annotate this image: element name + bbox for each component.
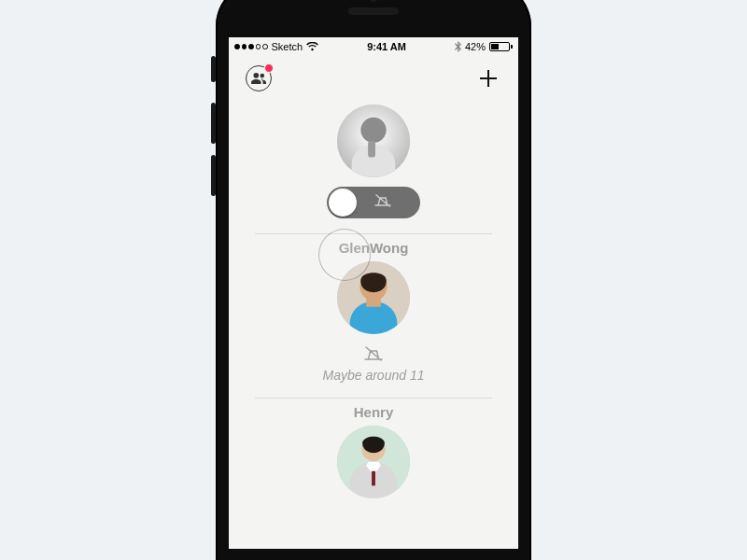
svg-point-1 — [360, 118, 386, 143]
silence-switch — [211, 56, 216, 82]
worktable-muted-icon — [363, 343, 384, 364]
wifi-icon — [306, 42, 318, 51]
availability-toggle[interactable] — [327, 187, 420, 218]
toggle-knob — [329, 189, 357, 217]
worktable-muted-icon — [374, 193, 392, 212]
clock-label: 9:41 AM — [318, 41, 455, 52]
proximity-sensor — [370, 0, 377, 2]
svg-rect-5 — [366, 298, 381, 307]
volume-up-button — [211, 103, 216, 144]
carrier-label: Sketch — [272, 41, 303, 52]
header — [229, 56, 518, 95]
me-avatar[interactable] — [337, 105, 410, 177]
contact-card[interactable]: GlenWong Maybe around 11 — [246, 234, 501, 398]
screen: Sketch 9:41 AM 42% — [229, 37, 518, 549]
content-scroll[interactable]: GlenWong Maybe around 11 Henry — [229, 95, 518, 498]
signal-strength-icon — [234, 44, 268, 49]
contacts-button[interactable] — [246, 65, 272, 91]
contact-name: GlenWong — [246, 240, 501, 256]
contact-name: Henry — [246, 404, 501, 420]
battery-icon — [489, 42, 513, 51]
volume-down-button — [211, 155, 216, 196]
contact-avatar[interactable] — [337, 426, 410, 498]
plus-icon — [478, 68, 499, 89]
phone-frame: Sketch 9:41 AM 42% — [216, 0, 531, 560]
bluetooth-icon — [455, 41, 461, 52]
contact-card[interactable]: Henry — [246, 399, 501, 498]
status-bar: Sketch 9:41 AM 42% — [229, 37, 518, 56]
svg-rect-2 — [368, 141, 375, 158]
contact-status-text: Maybe around 11 — [246, 368, 501, 383]
notification-badge — [264, 63, 274, 73]
people-icon — [251, 72, 266, 85]
battery-percent-label: 42% — [465, 41, 486, 52]
earpiece — [348, 7, 399, 15]
add-button[interactable] — [475, 65, 501, 91]
contact-avatar[interactable] — [337, 261, 410, 334]
svg-rect-8 — [372, 471, 375, 486]
me-section — [246, 95, 501, 233]
